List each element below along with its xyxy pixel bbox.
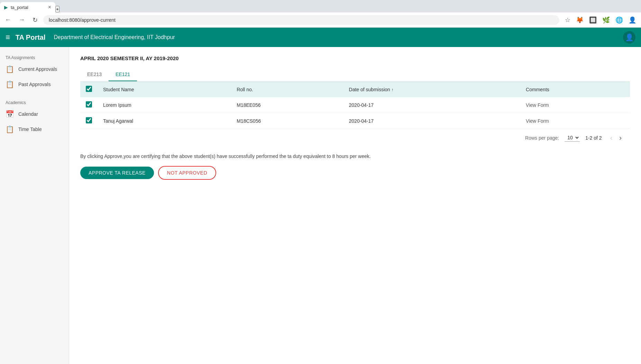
student-name-header: Student Name	[98, 82, 231, 97]
pagination-nav: ‹ ›	[607, 133, 624, 142]
forward-button[interactable]: →	[17, 15, 27, 25]
browser-tab[interactable]: ▶ ta_portal ×	[0, 2, 55, 12]
rows-per-page-label: Rows per page:	[525, 135, 559, 141]
sort-icon: ↑	[391, 87, 393, 92]
roll-no-header: Roll no.	[231, 82, 343, 97]
sidebar: TA Assignments 📋 Current Approvals 📋 Pas…	[0, 47, 69, 364]
rows-per-page-select[interactable]: 10 25 50	[565, 134, 580, 142]
approval-info-text: By clicking Approve,you are certifying t…	[80, 153, 630, 159]
students-table: Student Name Roll no. Date of submission…	[80, 82, 630, 129]
prev-page-button[interactable]: ‹	[607, 133, 615, 142]
table-row: Tanuj Agarwal M18CS056 2020-04-17 View F…	[80, 113, 630, 129]
comments-cell-2: View Form	[520, 113, 630, 129]
sidebar-item-current-approvals[interactable]: 📋 Current Approvals	[0, 62, 69, 77]
select-all-header	[80, 82, 98, 97]
extension-icon-4[interactable]: 🌐	[613, 15, 625, 25]
user-avatar[interactable]: 👤	[623, 31, 635, 44]
approve-ta-release-button[interactable]: APPROVE TA RELEASE	[80, 167, 154, 179]
student-name-cell-2: Tanuj Agarwal	[98, 113, 231, 129]
new-tab-button[interactable]: +	[55, 6, 59, 12]
browser-chrome: ▶ ta_portal × + ← → ↻ ☆ 🦊 🔲 🌿 🌐 👤	[0, 0, 641, 28]
sidebar-item-label: Past Approvals	[18, 82, 51, 87]
date-submission-header[interactable]: Date of submission ↑	[344, 82, 521, 97]
back-button[interactable]: ←	[3, 15, 13, 25]
extension-icon-3[interactable]: 🌿	[600, 15, 612, 25]
view-form-link-1[interactable]: View Form	[526, 102, 549, 108]
comments-cell-1: View Form	[520, 97, 630, 113]
app-logo: TA Portal	[16, 34, 46, 41]
menu-icon[interactable]: ≡	[6, 33, 10, 42]
tab-title: ta_portal	[11, 5, 28, 10]
sidebar-item-past-approvals[interactable]: 📋 Past Approvals	[0, 77, 69, 92]
tab-ee213[interactable]: EE213	[80, 68, 109, 81]
sidebar-academics-section-label: Academics	[0, 97, 69, 106]
date-submission-cell-2: 2020-04-17	[344, 113, 521, 129]
current-approvals-icon: 📋	[6, 65, 14, 73]
tab-bar: ▶ ta_portal × +	[0, 0, 641, 12]
past-approvals-icon: 📋	[6, 80, 14, 88]
pagination: Rows per page: 10 25 50 1-2 of 2 ‹ ›	[80, 129, 630, 147]
department-title: Department of Electrical Engineering, II…	[54, 34, 175, 40]
row-2-checkbox[interactable]	[86, 117, 92, 123]
sidebar-ta-section-label: TA Assignments	[0, 53, 69, 62]
extension-icon-2[interactable]: 🔲	[587, 15, 599, 25]
calendar-icon: 📅	[6, 110, 14, 118]
page-range: 1-2 of 2	[585, 135, 602, 141]
main-content: APRIL 2020 SEMESTER II, AY 2019-2020 EE2…	[69, 47, 641, 364]
sidebar-item-time-table[interactable]: 📋 Time Table	[0, 122, 69, 137]
url-input[interactable]	[43, 15, 559, 25]
address-bar: ← → ↻ ☆ 🦊 🔲 🌿 🌐 👤	[0, 12, 641, 28]
tab-ee121[interactable]: EE121	[109, 68, 137, 81]
row-1-checkbox[interactable]	[86, 101, 92, 108]
app-body: TA Assignments 📋 Current Approvals 📋 Pas…	[0, 47, 641, 364]
toolbar-icons: ☆ 🦊 🔲 🌿 🌐 👤	[563, 15, 638, 25]
row-checkbox-cell-1	[80, 97, 98, 113]
action-buttons: APPROVE TA RELEASE NOT APPROVED	[80, 166, 630, 180]
sidebar-item-label: Time Table	[18, 127, 42, 132]
students-table-container: Student Name Roll no. Date of submission…	[80, 82, 630, 147]
date-submission-cell-1: 2020-04-17	[344, 97, 521, 113]
view-form-link-2[interactable]: View Form	[526, 118, 549, 124]
not-approved-button[interactable]: NOT APPROVED	[158, 166, 216, 180]
roll-no-cell-1: M18EE056	[231, 97, 343, 113]
student-name-cell-1: Lorem Ipsum	[98, 97, 231, 113]
reload-button[interactable]: ↻	[30, 15, 40, 25]
tab-favicon: ▶	[4, 4, 8, 10]
sidebar-item-label: Calendar	[18, 111, 38, 117]
date-submission-label: Date of submission	[349, 87, 390, 92]
select-all-checkbox[interactable]	[86, 86, 92, 92]
roll-no-cell-2: M18CS056	[231, 113, 343, 129]
sidebar-item-calendar[interactable]: 📅 Calendar	[0, 106, 69, 122]
tab-close-button[interactable]: ×	[48, 4, 51, 10]
table-header-row: Student Name Roll no. Date of submission…	[80, 82, 630, 97]
profile-icon[interactable]: 👤	[626, 15, 638, 25]
course-tabs: EE213 EE121	[80, 68, 630, 82]
timetable-icon: 📋	[6, 125, 14, 133]
extension-icon-1[interactable]: 🦊	[574, 15, 586, 25]
table-row: Lorem Ipsum M18EE056 2020-04-17 View For…	[80, 97, 630, 113]
row-checkbox-cell-2	[80, 113, 98, 129]
comments-header: Comments	[520, 82, 630, 97]
semester-title: APRIL 2020 SEMESTER II, AY 2019-2020	[80, 55, 630, 61]
next-page-button[interactable]: ›	[616, 133, 624, 142]
sidebar-item-label: Current Approvals	[18, 66, 57, 72]
app-header: ≡ TA Portal Department of Electrical Eng…	[0, 28, 641, 47]
bookmark-star-icon[interactable]: ☆	[563, 15, 573, 25]
